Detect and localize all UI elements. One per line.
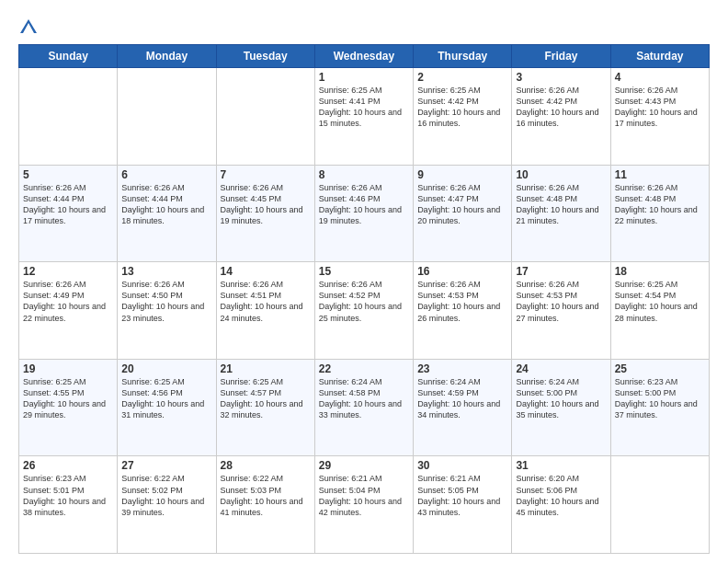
day-info: Sunrise: 6:26 AM Sunset: 4:48 PM Dayligh… [516,182,606,227]
day-number: 4 [615,71,705,84]
calendar-cell: 29Sunrise: 6:21 AM Sunset: 5:04 PM Dayli… [314,456,413,554]
day-number: 13 [121,265,211,278]
day-number: 30 [417,459,507,472]
day-info: Sunrise: 6:22 AM Sunset: 5:02 PM Dayligh… [121,473,211,518]
calendar-cell: 5Sunrise: 6:26 AM Sunset: 4:44 PM Daylig… [19,165,118,262]
day-info: Sunrise: 6:25 AM Sunset: 4:54 PM Dayligh… [615,279,705,324]
day-number: 23 [417,362,507,375]
calendar-cell: 24Sunrise: 6:24 AM Sunset: 5:00 PM Dayli… [512,359,610,456]
day-info: Sunrise: 6:21 AM Sunset: 5:04 PM Dayligh… [319,473,409,518]
day-info: Sunrise: 6:26 AM Sunset: 4:51 PM Dayligh… [221,279,311,324]
calendar-cell: 14Sunrise: 6:26 AM Sunset: 4:51 PM Dayli… [216,262,314,360]
day-number: 20 [121,362,211,375]
calendar-header-row: SundayMondayTuesdayWednesdayThursdayFrid… [19,45,710,68]
calendar-header-sunday: Sunday [19,45,118,68]
day-info: Sunrise: 6:26 AM Sunset: 4:47 PM Dayligh… [417,182,507,227]
calendar-cell: 7Sunrise: 6:26 AM Sunset: 4:45 PM Daylig… [216,165,314,262]
calendar-cell: 31Sunrise: 6:20 AM Sunset: 5:06 PM Dayli… [512,456,610,554]
calendar-cell: 17Sunrise: 6:26 AM Sunset: 4:53 PM Dayli… [512,262,610,360]
day-info: Sunrise: 6:22 AM Sunset: 5:03 PM Dayligh… [221,473,311,518]
day-info: Sunrise: 6:26 AM Sunset: 4:50 PM Dayligh… [121,279,211,324]
calendar-cell: 10Sunrise: 6:26 AM Sunset: 4:48 PM Dayli… [512,165,610,262]
day-info: Sunrise: 6:24 AM Sunset: 4:58 PM Dayligh… [319,376,409,421]
day-info: Sunrise: 6:21 AM Sunset: 5:05 PM Dayligh… [417,473,507,518]
day-number: 1 [319,71,409,84]
calendar-cell: 18Sunrise: 6:25 AM Sunset: 4:54 PM Dayli… [610,262,709,360]
calendar-header-tuesday: Tuesday [216,45,314,68]
day-number: 25 [615,362,705,375]
calendar-cell: 12Sunrise: 6:26 AM Sunset: 4:49 PM Dayli… [19,262,118,360]
day-info: Sunrise: 6:26 AM Sunset: 4:43 PM Dayligh… [615,85,705,130]
day-info: Sunrise: 6:25 AM Sunset: 4:42 PM Dayligh… [417,85,507,130]
calendar-cell [216,68,314,166]
day-info: Sunrise: 6:23 AM Sunset: 5:00 PM Dayligh… [615,376,705,421]
day-info: Sunrise: 6:26 AM Sunset: 4:49 PM Dayligh… [23,279,113,324]
day-number: 19 [23,362,113,375]
logo-icon [18,17,39,37]
page: SundayMondayTuesdayWednesdayThursdayFrid… [0,0,728,563]
day-info: Sunrise: 6:26 AM Sunset: 4:52 PM Dayligh… [319,279,409,324]
calendar-cell: 23Sunrise: 6:24 AM Sunset: 4:59 PM Dayli… [414,359,512,456]
day-info: Sunrise: 6:25 AM Sunset: 4:57 PM Dayligh… [221,376,311,421]
calendar-cell: 16Sunrise: 6:26 AM Sunset: 4:53 PM Dayli… [414,262,512,360]
calendar-header-friday: Friday [512,45,610,68]
calendar-cell: 15Sunrise: 6:26 AM Sunset: 4:52 PM Dayli… [314,262,413,360]
calendar-cell [19,68,118,166]
calendar-cell: 9Sunrise: 6:26 AM Sunset: 4:47 PM Daylig… [414,165,512,262]
day-number: 24 [516,362,606,375]
day-number: 5 [23,168,113,181]
calendar-cell [610,456,709,554]
calendar-cell: 2Sunrise: 6:25 AM Sunset: 4:42 PM Daylig… [414,68,512,166]
day-info: Sunrise: 6:26 AM Sunset: 4:44 PM Dayligh… [23,182,113,227]
day-info: Sunrise: 6:24 AM Sunset: 5:00 PM Dayligh… [516,376,606,421]
calendar-week-2: 5Sunrise: 6:26 AM Sunset: 4:44 PM Daylig… [19,165,710,262]
day-info: Sunrise: 6:25 AM Sunset: 4:56 PM Dayligh… [121,376,211,421]
calendar-cell: 8Sunrise: 6:26 AM Sunset: 4:46 PM Daylig… [314,165,413,262]
calendar-cell: 11Sunrise: 6:26 AM Sunset: 4:48 PM Dayli… [610,165,709,262]
day-number: 10 [516,168,606,181]
calendar-week-5: 26Sunrise: 6:23 AM Sunset: 5:01 PM Dayli… [19,456,710,554]
day-info: Sunrise: 6:26 AM Sunset: 4:53 PM Dayligh… [417,279,507,324]
calendar-header-wednesday: Wednesday [314,45,413,68]
day-info: Sunrise: 6:25 AM Sunset: 4:41 PM Dayligh… [319,85,409,130]
day-number: 15 [319,265,409,278]
calendar-cell: 21Sunrise: 6:25 AM Sunset: 4:57 PM Dayli… [216,359,314,456]
logo [18,17,42,37]
day-info: Sunrise: 6:26 AM Sunset: 4:46 PM Dayligh… [319,182,409,227]
day-number: 3 [516,71,606,84]
calendar-cell: 28Sunrise: 6:22 AM Sunset: 5:03 PM Dayli… [216,456,314,554]
day-info: Sunrise: 6:20 AM Sunset: 5:06 PM Dayligh… [516,473,606,518]
day-info: Sunrise: 6:26 AM Sunset: 4:45 PM Dayligh… [221,182,311,227]
day-number: 21 [221,362,311,375]
day-number: 22 [319,362,409,375]
day-info: Sunrise: 6:23 AM Sunset: 5:01 PM Dayligh… [23,473,113,518]
calendar-cell: 25Sunrise: 6:23 AM Sunset: 5:00 PM Dayli… [610,359,709,456]
calendar-cell: 13Sunrise: 6:26 AM Sunset: 4:50 PM Dayli… [118,262,216,360]
day-number: 6 [121,168,211,181]
day-number: 17 [516,265,606,278]
calendar-cell: 19Sunrise: 6:25 AM Sunset: 4:55 PM Dayli… [19,359,118,456]
calendar-week-1: 1Sunrise: 6:25 AM Sunset: 4:41 PM Daylig… [19,68,710,166]
calendar-cell: 30Sunrise: 6:21 AM Sunset: 5:05 PM Dayli… [414,456,512,554]
calendar-week-4: 19Sunrise: 6:25 AM Sunset: 4:55 PM Dayli… [19,359,710,456]
calendar-cell: 20Sunrise: 6:25 AM Sunset: 4:56 PM Dayli… [118,359,216,456]
calendar-cell: 26Sunrise: 6:23 AM Sunset: 5:01 PM Dayli… [19,456,118,554]
day-number: 7 [221,168,311,181]
day-number: 2 [417,71,507,84]
calendar-cell [118,68,216,166]
calendar-cell: 27Sunrise: 6:22 AM Sunset: 5:02 PM Dayli… [118,456,216,554]
header [18,17,710,37]
day-number: 12 [23,265,113,278]
day-number: 18 [615,265,705,278]
day-number: 29 [319,459,409,472]
calendar-header-thursday: Thursday [414,45,512,68]
day-info: Sunrise: 6:26 AM Sunset: 4:48 PM Dayligh… [615,182,705,227]
calendar-header-monday: Monday [118,45,216,68]
day-number: 16 [417,265,507,278]
calendar-cell: 4Sunrise: 6:26 AM Sunset: 4:43 PM Daylig… [610,68,709,166]
day-info: Sunrise: 6:26 AM Sunset: 4:53 PM Dayligh… [516,279,606,324]
day-number: 8 [319,168,409,181]
day-info: Sunrise: 6:26 AM Sunset: 4:44 PM Dayligh… [121,182,211,227]
day-number: 14 [221,265,311,278]
day-number: 31 [516,459,606,472]
